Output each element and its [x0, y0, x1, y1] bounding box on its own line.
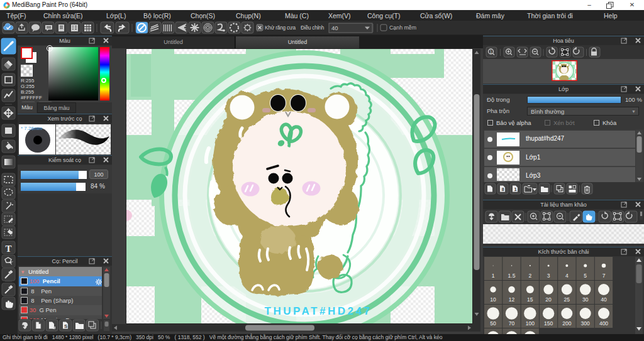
svg-text:40: 40: [331, 24, 338, 31]
svg-text:3: 3: [547, 273, 550, 279]
svg-text:1.5: 1.5: [508, 273, 516, 279]
svg-text:8: 8: [502, 187, 504, 192]
svg-text:Khử răng cưa: Khử răng cưa: [265, 24, 296, 31]
svg-text:1: 1: [490, 50, 492, 54]
svg-text:20: 20: [545, 296, 552, 303]
svg-text:T: T: [5, 244, 11, 254]
svg-text:150: 150: [544, 320, 553, 327]
svg-text:50: 50: [490, 320, 496, 327]
svg-text:* 7.26mm: * 7.26mm: [21, 126, 43, 131]
svg-text:5: 5: [584, 273, 587, 279]
svg-text:1: 1: [514, 187, 517, 192]
svg-text:2: 2: [528, 273, 531, 279]
svg-text:25: 25: [564, 296, 570, 303]
svg-text:4: 4: [565, 273, 569, 279]
svg-text:300: 300: [581, 320, 590, 327]
svg-text:100: 100: [526, 320, 535, 327]
svg-text:1: 1: [492, 273, 495, 279]
svg-text:12: 12: [509, 296, 515, 303]
svg-text:400: 400: [599, 320, 608, 327]
svg-text:7: 7: [602, 273, 606, 279]
svg-text:THUPAT#HD247: THUPAT#HD247: [265, 305, 372, 317]
svg-text:Điều chỉnh: Điều chỉnh: [301, 24, 325, 31]
svg-text:30: 30: [582, 296, 589, 303]
svg-text:15: 15: [527, 296, 533, 303]
svg-text:200: 200: [562, 320, 571, 327]
svg-text:10: 10: [490, 296, 496, 303]
svg-text:Cạnh mềm: Cạnh mềm: [389, 24, 416, 31]
svg-text:40: 40: [601, 296, 607, 303]
svg-text:S: S: [64, 323, 68, 329]
svg-text:70: 70: [509, 320, 515, 327]
